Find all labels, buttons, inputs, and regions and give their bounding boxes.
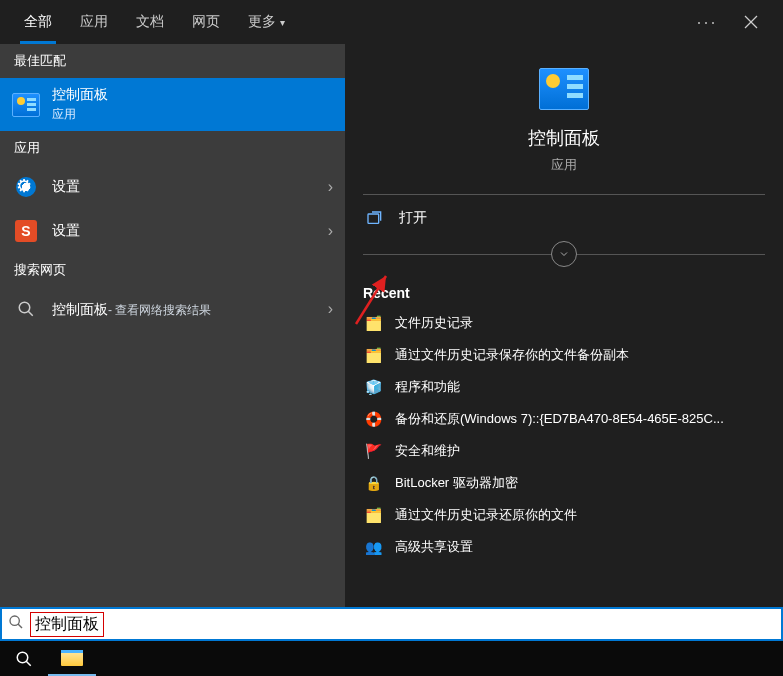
result-subtitle: 应用: [52, 106, 108, 123]
open-icon: [363, 210, 385, 226]
tab-all[interactable]: 全部: [10, 0, 66, 44]
close-button[interactable]: [729, 0, 773, 44]
open-label: 打开: [399, 209, 427, 227]
chevron-right-icon: ›: [328, 222, 333, 240]
flag-icon: 🚩: [363, 441, 383, 461]
result-title: 设置: [52, 222, 80, 240]
more-options-button[interactable]: ···: [685, 0, 729, 44]
restore-icon: 🛟: [363, 409, 383, 429]
app-hero: 控制面板 应用: [363, 68, 765, 195]
tab-more[interactable]: 更多 ▾: [234, 0, 299, 44]
folder-icon: [61, 650, 83, 666]
recent-item[interactable]: 🔒BitLocker 驱动器加密: [357, 467, 771, 499]
recent-list: 🗂️文件历史记录 🗂️通过文件历史记录保存你的文件备份副本 🧊程序和功能 🛟备份…: [357, 307, 771, 563]
chevron-down-icon: ▾: [280, 17, 285, 28]
sogou-icon: S: [12, 217, 40, 245]
result-subtitle: - 查看网络搜索结果: [108, 302, 211, 319]
search-filter-tabs: 全部 应用 文档 网页 更多 ▾ ···: [0, 0, 783, 44]
web-search-result[interactable]: 控制面板 - 查看网络搜索结果 ›: [0, 287, 345, 331]
taskbar-file-explorer[interactable]: [48, 641, 96, 676]
section-apps: 应用: [0, 131, 345, 165]
tab-more-label: 更多: [248, 13, 276, 31]
svg-line-3: [28, 311, 33, 316]
search-bar[interactable]: 控制面板: [0, 607, 783, 641]
svg-line-9: [26, 661, 31, 666]
file-history-icon: 🗂️: [363, 313, 383, 333]
file-history-restore-icon: 🗂️: [363, 505, 383, 525]
bitlocker-icon: 🔒: [363, 473, 383, 493]
programs-icon: 🧊: [363, 377, 383, 397]
search-icon: [15, 650, 33, 668]
app-kind: 应用: [551, 156, 577, 174]
close-icon: [744, 15, 758, 29]
chevron-down-icon: [558, 248, 570, 260]
taskbar-search-button[interactable]: [0, 641, 48, 676]
section-search-web: 搜索网页: [0, 253, 345, 287]
expand-divider: [363, 241, 765, 267]
app-result-settings[interactable]: 设置 ›: [0, 165, 345, 209]
control-panel-icon: [12, 91, 40, 119]
tab-docs[interactable]: 文档: [122, 0, 178, 44]
backup-icon: 🗂️: [363, 345, 383, 365]
recent-item[interactable]: 🗂️通过文件历史记录还原你的文件: [357, 499, 771, 531]
recent-item[interactable]: 🧊程序和功能: [357, 371, 771, 403]
expand-button[interactable]: [551, 241, 577, 267]
recent-item[interactable]: 🛟备份和还原(Windows 7)::{ED7BA470-8E54-465E-8…: [357, 403, 771, 435]
recent-item[interactable]: 🚩安全和维护: [357, 435, 771, 467]
result-title: 设置: [52, 178, 80, 196]
results-list: 最佳匹配 控制面板 应用 应用 设置 › S 设置 › 搜索网页 控制面板: [0, 44, 345, 607]
result-title: 控制面板: [52, 301, 108, 319]
app-result-sogou-settings[interactable]: S 设置 ›: [0, 209, 345, 253]
app-name: 控制面板: [528, 126, 600, 150]
result-detail-panel: 控制面板 应用 打开 Recent 🗂️文件历史记录 🗂️通过文件历史记录保存你…: [345, 44, 783, 607]
recent-item[interactable]: 🗂️通过文件历史记录保存你的文件备份副本: [357, 339, 771, 371]
open-action[interactable]: 打开: [357, 195, 771, 241]
svg-point-2: [19, 302, 30, 313]
chevron-right-icon: ›: [328, 178, 333, 196]
section-best-match: 最佳匹配: [0, 44, 345, 78]
chevron-right-icon: ›: [328, 300, 333, 318]
sharing-icon: 👥: [363, 537, 383, 557]
recent-item[interactable]: 🗂️文件历史记录: [357, 307, 771, 339]
tab-apps[interactable]: 应用: [66, 0, 122, 44]
tab-web[interactable]: 网页: [178, 0, 234, 44]
recent-item[interactable]: 👥高级共享设置: [357, 531, 771, 563]
control-panel-icon-large: [539, 68, 589, 110]
svg-point-8: [17, 652, 28, 663]
search-icon: [12, 295, 40, 323]
taskbar: [0, 641, 783, 676]
svg-rect-4: [368, 214, 379, 223]
recent-header: Recent: [357, 279, 771, 307]
result-title: 控制面板: [52, 86, 108, 104]
gear-icon: [12, 173, 40, 201]
best-match-result[interactable]: 控制面板 应用: [0, 78, 345, 131]
ellipsis-icon: ···: [696, 12, 717, 33]
search-results-panel: 最佳匹配 控制面板 应用 应用 设置 › S 设置 › 搜索网页 控制面板: [0, 44, 783, 607]
